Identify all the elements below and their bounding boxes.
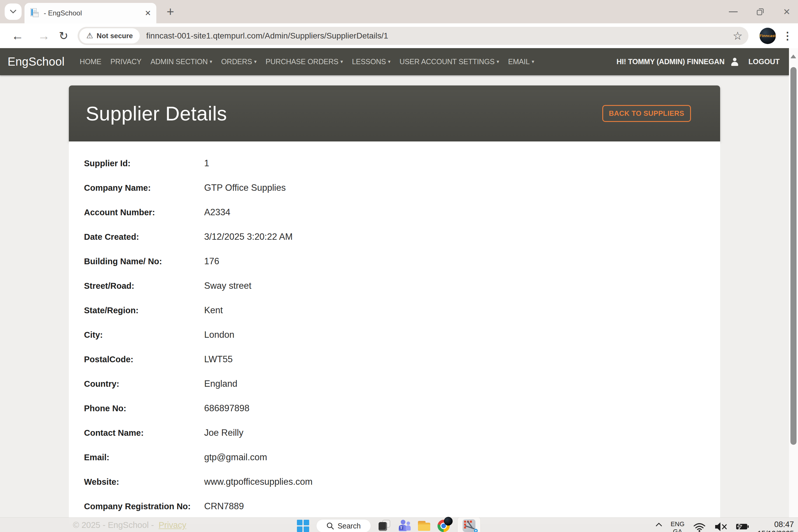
battery-charging-icon[interactable] xyxy=(735,521,749,531)
search-label: Search xyxy=(338,522,361,530)
back-button[interactable]: ← xyxy=(9,29,26,43)
browser-tab[interactable]: - EngSchool ✕ xyxy=(24,3,156,23)
field-label: Supplier Id: xyxy=(84,159,204,168)
nav-item-purchase-orders[interactable]: PURCHASE ORDERS▾ xyxy=(265,57,343,66)
nav-item-label: USER ACCOUNT SETTINGS xyxy=(400,57,495,66)
close-button[interactable]: ✕ xyxy=(783,7,791,17)
nav-item-orders[interactable]: ORDERS▾ xyxy=(221,57,256,66)
detail-row: Supplier Id:1 xyxy=(84,151,708,176)
minimize-button[interactable] xyxy=(729,12,738,12)
field-value: CRN7889 xyxy=(204,501,244,512)
restore-button[interactable] xyxy=(756,7,764,16)
snipping-tool-active-tile[interactable] xyxy=(457,517,481,532)
field-label: City: xyxy=(84,330,204,340)
nav-item-privacy[interactable]: PRIVACY xyxy=(110,57,141,66)
brand-logo[interactable]: EngSchool xyxy=(7,55,64,68)
chevron-down-icon: ▾ xyxy=(254,59,256,65)
nav-item-label: PURCHASE ORDERS xyxy=(265,57,338,66)
field-label: PostalCode: xyxy=(84,355,204,364)
bookmark-star-icon[interactable]: ☆ xyxy=(733,30,743,42)
detail-row: State/Region:Kent xyxy=(84,298,708,323)
chevron-down-icon: ▾ xyxy=(497,59,499,65)
chrome-icon[interactable] xyxy=(437,519,450,532)
card-body: Supplier Id:1Company Name:GTP Office Sup… xyxy=(69,141,720,525)
page-favicon xyxy=(30,8,39,18)
nav-item-user-account-settings[interactable]: USER ACCOUNT SETTINGS▾ xyxy=(400,57,499,66)
chevron-down-icon: ▾ xyxy=(210,59,212,65)
footer-privacy-link[interactable]: Privacy xyxy=(159,520,186,530)
clock-date: 15/12/2025 xyxy=(758,529,794,532)
detail-row: Building Name/ No:176 xyxy=(84,249,708,273)
scrollbar-thumb[interactable] xyxy=(791,67,797,445)
wifi-icon[interactable] xyxy=(693,521,706,532)
field-value: 1 xyxy=(204,158,209,169)
site-navbar: EngSchool HOMEPRIVACYADMIN SECTION▾ORDER… xyxy=(0,48,789,75)
nav-item-label: LESSONS xyxy=(352,57,386,66)
supplier-details-card: Supplier Details BACK TO SUPPLIERS Suppl… xyxy=(69,86,720,525)
field-label: State/Region: xyxy=(84,306,204,315)
language-line2: GA xyxy=(673,528,682,532)
file-explorer-icon[interactable] xyxy=(418,519,431,532)
field-value: 686897898 xyxy=(204,403,249,414)
not-secure-chip[interactable]: ⚠ Not secure xyxy=(79,28,140,43)
screen: - EngSchool ✕ + ✕ ← → ↻ ⚠ Not secure fin… xyxy=(0,0,798,532)
back-to-suppliers-button[interactable]: BACK TO SUPPLIERS xyxy=(602,105,691,122)
language-indicator[interactable]: ENG GA xyxy=(670,520,685,532)
detail-row: Date Created:3/12/2025 3:20:22 AM xyxy=(84,225,708,249)
not-secure-label: Not secure xyxy=(97,32,133,40)
detail-row: Email:gtp@gmail.com xyxy=(84,445,708,470)
nav-item-label: EMAIL xyxy=(508,57,530,66)
field-value: Joe Reilly xyxy=(204,428,243,438)
browser-titlebar: - EngSchool ✕ + ✕ xyxy=(0,0,798,23)
user-greeting-link[interactable]: HI! TOMMY (ADMIN) FINNEGAN xyxy=(616,57,724,66)
taskbar-search[interactable]: Search xyxy=(316,519,371,532)
reload-button[interactable]: ↻ xyxy=(55,30,72,42)
forward-button[interactable]: → xyxy=(35,29,53,43)
nav-item-lessons[interactable]: LESSONS▾ xyxy=(352,57,391,66)
field-label: Company Name: xyxy=(84,183,204,193)
field-value: A2334 xyxy=(204,207,230,217)
tab-close-icon[interactable]: ✕ xyxy=(145,9,151,18)
nav-item-label: HOME xyxy=(80,57,101,66)
browser-menu-icon[interactable]: ⋮ xyxy=(782,30,793,42)
page-scrollbar[interactable] xyxy=(789,48,798,532)
address-bar[interactable]: ⚠ Not secure finncast-001-site1.qtempurl… xyxy=(78,27,748,45)
field-label: Street/Road: xyxy=(84,281,204,291)
nav-items: HOMEPRIVACYADMIN SECTION▾ORDERS▾PURCHASE… xyxy=(80,57,534,66)
teams-initial: T xyxy=(399,526,403,530)
volume-muted-icon[interactable] xyxy=(714,521,727,532)
browser-profile-avatar[interactable]: Finncast xyxy=(760,28,776,44)
logout-link[interactable]: LOGOUT xyxy=(748,57,780,66)
snipping-tool-icon xyxy=(462,519,475,532)
taskbar-clock[interactable]: 08:47 15/12/2025 xyxy=(758,520,794,532)
scrollbar-up-arrow-icon[interactable] xyxy=(791,55,796,58)
profile-badge-label: Finncast xyxy=(760,34,776,38)
warning-icon: ⚠ xyxy=(86,31,93,40)
chevron-down-icon: ▾ xyxy=(340,59,343,65)
tab-search-button[interactable] xyxy=(5,3,22,20)
window-controls: ✕ xyxy=(729,0,791,23)
nav-item-home[interactable]: HOME xyxy=(80,57,101,66)
nav-item-label: ADMIN SECTION xyxy=(151,57,208,66)
page-footer: © 2025 - EngSchool - Privacy xyxy=(73,520,186,530)
detail-row: City:London xyxy=(84,323,708,347)
chevron-down-icon: ▾ xyxy=(388,59,390,65)
tray-chevron-up-icon[interactable] xyxy=(656,522,662,527)
nav-item-admin-section[interactable]: ADMIN SECTION▾ xyxy=(151,57,212,66)
field-value: Kent xyxy=(204,305,223,316)
start-button-icon[interactable] xyxy=(297,520,309,532)
field-value: 3/12/2025 3:20:22 AM xyxy=(204,232,292,242)
nav-item-label: ORDERS xyxy=(221,57,252,66)
new-tab-button[interactable]: + xyxy=(162,3,178,20)
task-view-icon[interactable] xyxy=(378,519,391,532)
chevron-down-icon xyxy=(10,10,16,14)
field-label: Date Created: xyxy=(84,232,204,242)
user-icon xyxy=(731,58,739,66)
field-label: Building Name/ No: xyxy=(84,256,204,266)
teams-icon[interactable]: T xyxy=(398,519,411,532)
chrome-profile-badge xyxy=(444,517,453,526)
nav-item-email[interactable]: EMAIL▾ xyxy=(508,57,534,66)
footer-copyright: © 2025 - EngSchool - xyxy=(73,520,154,530)
clock-time: 08:47 xyxy=(758,520,794,529)
field-label: Account Number: xyxy=(84,208,204,217)
